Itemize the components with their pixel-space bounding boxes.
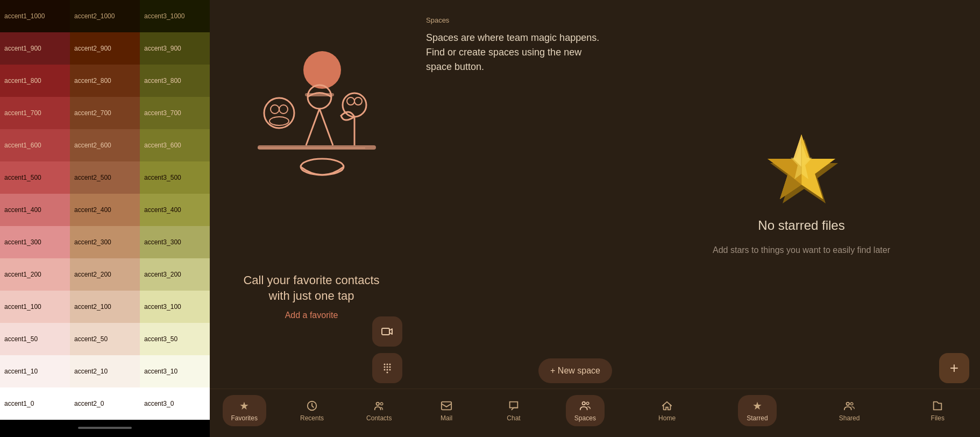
svg-point-12 (347, 97, 354, 105)
recents-icon (306, 399, 318, 412)
color-swatch-accent3_1000: accent3_1000 (140, 0, 210, 32)
dialpad-fab[interactable] (372, 353, 402, 383)
spaces-bottom-nav: Mail Chat Spaces (413, 389, 623, 437)
nav-favorites[interactable]: ★ Favorites (223, 395, 266, 426)
svg-point-6 (269, 117, 289, 125)
svg-point-29 (380, 403, 383, 405)
contacts-illustration (210, 0, 413, 205)
color-swatch-accent2_0: accent2_0 (70, 387, 140, 420)
nav-chat-label: Chat (507, 414, 520, 422)
nav-starred-label: Starred (747, 414, 768, 422)
spaces-label: Spaces (426, 16, 610, 24)
color-swatch-accent3_200: accent3_200 (140, 258, 210, 291)
color-swatch-accent1_100: accent1_100 (0, 291, 70, 323)
color-swatch-accent3_800: accent3_800 (140, 65, 210, 97)
nav-home[interactable]: Home (650, 395, 684, 426)
color-swatch-accent2_300: accent2_300 (70, 226, 140, 258)
color-swatch-accent1_700: accent1_700 (0, 97, 70, 129)
color-swatch-accent2_100: accent2_100 (70, 291, 140, 323)
nav-recents-label: Recents (300, 414, 324, 422)
video-call-fab[interactable] (372, 316, 402, 347)
svg-line-9 (306, 109, 319, 145)
svg-point-25 (389, 369, 391, 371)
drive-panel: No starred files Add stars to things you… (623, 0, 980, 437)
svg-point-23 (384, 369, 386, 371)
svg-point-42 (850, 403, 853, 405)
contacts-svg (236, 38, 387, 188)
color-swatch-accent1_500: accent1_500 (0, 161, 70, 194)
svg-point-3 (264, 98, 294, 128)
colors-panel: accent1_1000accent2_1000accent3_1000acce… (0, 0, 210, 437)
nav-spaces[interactable]: Spaces (566, 395, 605, 426)
nav-shared-label: Shared (839, 414, 860, 422)
chat-icon (507, 399, 520, 412)
nav-files[interactable]: Files (922, 395, 953, 426)
color-swatch-accent1_300: accent1_300 (0, 226, 70, 258)
svg-point-21 (387, 366, 388, 368)
color-swatch-accent1_50: accent1_50 (0, 323, 70, 355)
nav-contacts[interactable]: Contacts (358, 395, 400, 426)
color-swatch-accent3_600: accent3_600 (140, 129, 210, 161)
color-swatch-accent1_800: accent1_800 (0, 65, 70, 97)
color-swatch-accent1_900: accent1_900 (0, 32, 70, 65)
color-grid: accent1_1000accent2_1000accent3_1000acce… (0, 0, 210, 420)
spaces-panel: Spaces Spaces are where team magic happe… (413, 0, 623, 437)
drive-content: No starred files Add stars to things you… (691, 0, 912, 389)
new-space-button[interactable]: + New space (538, 358, 612, 383)
contacts-text-area: Call your favorite contacts with just on… (227, 205, 395, 389)
svg-point-32 (586, 402, 589, 405)
starred-icon: ★ (751, 399, 764, 412)
shared-icon (843, 399, 856, 412)
nav-shared[interactable]: Shared (830, 395, 869, 426)
svg-point-2 (301, 159, 344, 175)
no-starred-desc: Add stars to things you want to easily f… (713, 244, 890, 257)
svg-point-18 (387, 364, 388, 365)
add-favorite-link[interactable]: Add a favorite (285, 311, 338, 320)
nav-spaces-label: Spaces (574, 414, 596, 422)
nav-favorites-label: Favorites (231, 414, 258, 422)
color-swatch-accent1_1000: accent1_1000 (0, 0, 70, 32)
svg-point-26 (387, 372, 388, 373)
color-swatch-accent3_900: accent3_900 (140, 32, 210, 65)
home-bar (0, 420, 210, 436)
color-swatch-accent3_100: accent3_100 (140, 291, 210, 323)
color-swatch-accent2_800: accent2_800 (70, 65, 140, 97)
nav-files-label: Files (931, 414, 945, 422)
nav-mail[interactable]: Mail (431, 395, 461, 426)
color-swatch-accent2_500: accent2_500 (70, 161, 140, 194)
svg-point-5 (279, 105, 288, 114)
svg-line-10 (319, 109, 333, 145)
color-swatch-accent3_700: accent3_700 (140, 97, 210, 129)
color-swatch-accent2_200: accent2_200 (70, 258, 140, 291)
nav-mail-label: Mail (441, 414, 452, 422)
nav-chat[interactable]: Chat (498, 395, 529, 426)
nav-home-label: Home (658, 414, 676, 422)
svg-point-24 (387, 369, 388, 371)
color-swatch-accent3_400: accent3_400 (140, 194, 210, 226)
nav-starred[interactable]: ★ Starred (738, 395, 776, 426)
color-swatch-accent2_1000: accent2_1000 (70, 0, 140, 32)
color-swatch-accent1_0: accent1_0 (0, 387, 70, 420)
color-swatch-accent1_400: accent1_400 (0, 194, 70, 226)
color-swatch-accent3_500: accent3_500 (140, 161, 210, 194)
svg-point-19 (389, 364, 391, 365)
svg-point-20 (384, 366, 386, 368)
spaces-description: Spaces are where team magic happens. Fin… (426, 31, 610, 74)
color-swatch-accent3_50: accent3_50 (140, 323, 210, 355)
svg-rect-30 (442, 401, 451, 410)
color-swatch-accent3_0: accent3_0 (140, 387, 210, 420)
no-starred-title: No starred files (758, 218, 844, 233)
color-swatch-accent2_600: accent2_600 (70, 129, 140, 161)
contacts-panel: Call your favorite contacts with just on… (210, 0, 413, 437)
svg-point-11 (343, 93, 366, 117)
svg-point-0 (303, 51, 341, 89)
large-star-icon (761, 132, 842, 207)
spaces-icon (579, 399, 592, 412)
drive-add-fab[interactable]: + (939, 353, 969, 383)
home-icon (661, 399, 673, 412)
nav-recents[interactable]: Recents (292, 395, 332, 426)
fab-buttons (372, 316, 402, 383)
svg-point-28 (376, 402, 379, 405)
color-swatch-accent1_200: accent1_200 (0, 258, 70, 291)
svg-point-4 (271, 105, 279, 114)
